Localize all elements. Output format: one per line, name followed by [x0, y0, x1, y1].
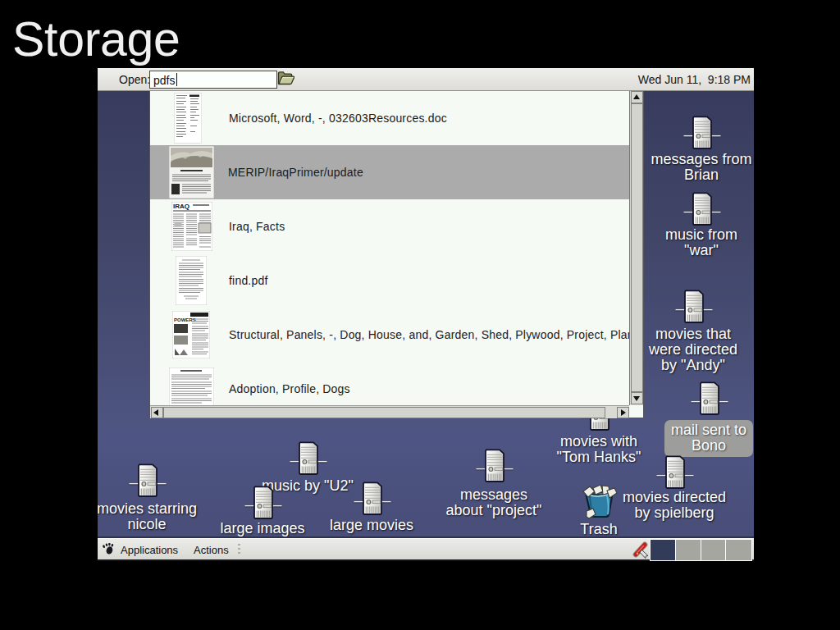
svg-text:IRAQ: IRAQ: [173, 203, 189, 210]
svg-text:POWERS: POWERS: [174, 317, 196, 322]
